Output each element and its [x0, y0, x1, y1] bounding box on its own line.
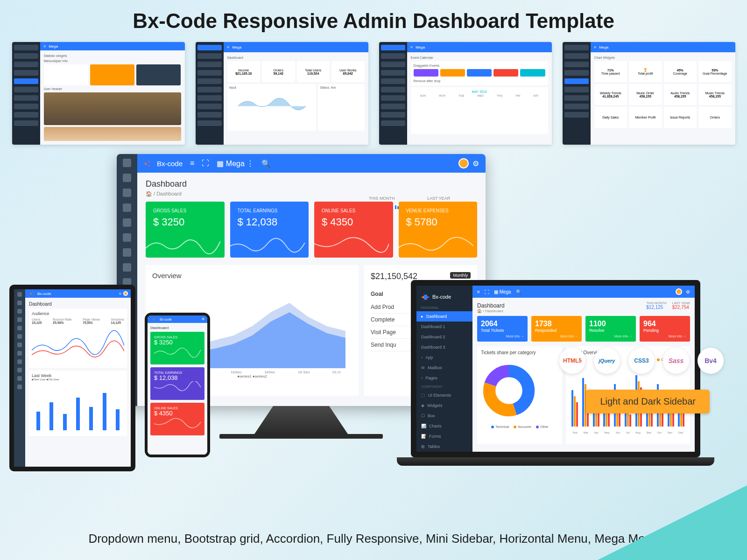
expand-icon[interactable]: ⛶	[202, 159, 209, 168]
phone-mockup: Bx-code⚙ Dashboard GROSS SALES$ 3250 TOT…	[145, 313, 210, 457]
online-sales-card[interactable]: ONLINE SALES $ 4350	[314, 202, 393, 258]
responded-card[interactable]: 1738RespondedMore info →	[531, 316, 582, 342]
thumbnail-row: ≡Mega Statistic widgets Manookipan Info …	[0, 37, 747, 149]
top-header: Bx-code ≡ ⛶ ▦ Mega ⋮ 🔍 ⚙	[137, 154, 486, 173]
resolve-card[interactable]: 1100ResolveMore info →	[585, 316, 636, 342]
total-earnings-card[interactable]: TOTAL EARNINGS $ 12,038	[230, 202, 309, 258]
page-heading: Dashboard	[150, 326, 204, 330]
menu-icon[interactable]: ≡	[477, 289, 480, 294]
decorative-triangle	[598, 485, 747, 560]
gross-sales-mobile-card[interactable]: GROSS SALES$ 3250	[150, 332, 204, 364]
page-heading: Dashboard	[146, 179, 477, 189]
laptop-sidebar[interactable]: Bx-code PERSONAL ▸ Dashboard Dashboard 1…	[416, 286, 472, 452]
venue-expenses-card[interactable]: VENUE EXPENSES $ 5780	[399, 202, 478, 258]
brand-logo-icon	[144, 159, 153, 168]
settings-icon[interactable]: ⚙	[472, 159, 479, 168]
expand-icon[interactable]: ⛶	[485, 289, 489, 294]
thumb-title: Statistic widgets	[44, 54, 181, 57]
tickets-donut-chart: Tickets share per category Technical Acc…	[477, 346, 562, 444]
thumbnail-charts[interactable]: ≡Mega Chart Widgets 71%Time passed 🏆Tota…	[563, 42, 735, 145]
online-sales-mobile-card[interactable]: ONLINE SALES$ 4350	[150, 403, 204, 435]
mega-menu[interactable]: ▦ Mega ⋮	[217, 159, 254, 168]
sidebar-item-dashboard[interactable]: ▸ Dashboard	[416, 311, 472, 322]
page-heading: Dashboard	[29, 301, 127, 307]
total-tickets-card[interactable]: 2064Total TicketsMore info →	[477, 316, 528, 342]
total-earnings-mobile-card[interactable]: TOTAL EARNINGS$ 12,038	[150, 367, 204, 400]
tablet-mockup: Bx-code≡ Dashboard Audience Users15,125 …	[9, 285, 135, 471]
brand-logo-icon	[421, 292, 430, 301]
avatar[interactable]	[676, 288, 682, 295]
menu-icon[interactable]: ≡	[190, 159, 194, 168]
thumb-title: Dashboard	[227, 56, 365, 59]
avatar[interactable]	[458, 158, 469, 168]
gross-sales-card[interactable]: GROSS SALES $ 3250	[146, 202, 225, 258]
sass-badge: Sass	[663, 348, 689, 374]
thumb-title: Chart Widgets	[594, 56, 732, 59]
css3-badge: CSS3	[628, 348, 655, 374]
thumb-title: Event Calendar	[411, 56, 548, 59]
jquery-badge: jQuery	[594, 348, 620, 374]
monthly-badge[interactable]: Monthly	[450, 272, 471, 279]
thumbnail-dashboard[interactable]: ≡Mega Dashboard Income$21,105.10 Orders5…	[196, 42, 368, 145]
light-dark-callout[interactable]: Light and Dark Sidebar	[586, 390, 710, 413]
pending-card[interactable]: 964PendingMore info →	[640, 316, 690, 342]
mega-menu[interactable]: ▦ Mega	[494, 289, 511, 294]
thumbnail-calendar[interactable]: ≡Mega Event Calendar Draggable Events Re…	[379, 42, 552, 145]
sidebar-icon[interactable]	[123, 159, 131, 167]
brand[interactable]: Bx-code	[144, 159, 183, 168]
tech-badges: HTML5 jQuery CSS3 Sass Bv4	[559, 348, 724, 374]
search-icon[interactable]: 🔍	[261, 159, 271, 168]
metric-cards: GROSS SALES $ 3250 TOTAL EARNINGS $ 12,0…	[146, 202, 477, 258]
page-title: Bx-Code Responsive Admin Dashboard Templ…	[0, 0, 747, 37]
settings-icon[interactable]: ⚙	[686, 289, 690, 294]
search-icon[interactable]: 🔍	[516, 289, 521, 294]
html5-badge: HTML5	[559, 348, 585, 374]
thumb-header: ≡Mega	[40, 42, 185, 50]
bootstrap-badge: Bv4	[698, 348, 724, 374]
thumbnail-widgets[interactable]: ≡Mega Statistic widgets Manookipan Info …	[12, 42, 185, 145]
